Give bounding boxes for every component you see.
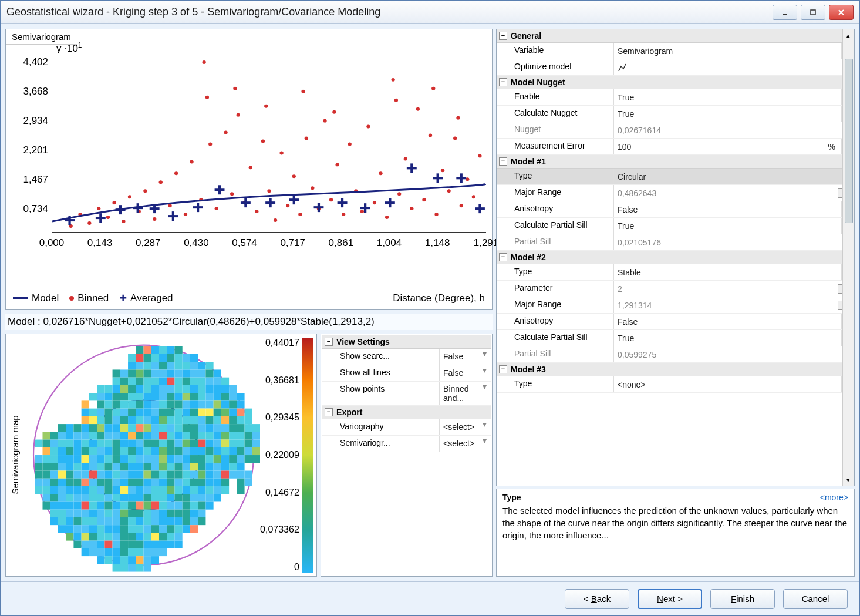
collapse-icon[interactable]: − [499, 365, 507, 373]
map-canvas[interactable] [27, 338, 260, 573]
svg-rect-673 [252, 447, 260, 455]
svg-rect-231 [97, 416, 104, 424]
svg-rect-650 [237, 409, 244, 416]
svg-rect-413 [151, 362, 159, 369]
minimize-button[interactable] [773, 5, 797, 20]
chevron-down-icon[interactable]: ▾ [478, 382, 491, 405]
svg-rect-663 [245, 424, 252, 432]
svg-point-70 [332, 110, 336, 114]
svg-rect-308 [120, 439, 128, 447]
svg-rect-215 [89, 463, 97, 470]
svg-rect-635 [221, 486, 229, 494]
finish-button[interactable]: Finish [710, 589, 775, 609]
collapse-icon[interactable]: − [499, 78, 507, 86]
svg-point-38 [311, 186, 314, 190]
y-axis-label: γ ·101 [56, 41, 82, 55]
svg-rect-245 [97, 525, 104, 533]
svg-point-26 [237, 113, 240, 117]
show-points-dropdown[interactable]: Binned and... [440, 382, 478, 405]
chevron-down-icon[interactable]: ▾ [478, 349, 491, 365]
svg-rect-146 [58, 455, 66, 463]
scrollbar[interactable]: ▴ ▾ [842, 29, 854, 486]
svg-rect-434 [151, 525, 159, 533]
chevron-down-icon[interactable]: ▾ [478, 436, 491, 452]
model3-type-dropdown[interactable]: <none> [614, 376, 841, 392]
scroll-down-icon[interactable]: ▾ [842, 474, 854, 486]
model2-major-range[interactable]: 1,291314🖩 [614, 297, 854, 313]
svg-rect-240 [97, 486, 104, 494]
scroll-up-icon[interactable]: ▴ [842, 29, 854, 41]
model1-major-range[interactable]: 0,4862643🖩 [614, 185, 854, 201]
svg-point-9 [112, 201, 116, 204]
svg-rect-646 [229, 463, 237, 470]
svg-point-46 [360, 210, 364, 213]
measurement-error-field[interactable]: 100% [614, 139, 841, 154]
svg-rect-445 [159, 393, 167, 400]
optimize-model-button[interactable] [614, 59, 854, 75]
model2-anisotropy-dropdown[interactable]: False [614, 314, 841, 329]
svg-rect-659 [237, 479, 244, 486]
variography-dropdown[interactable]: <select> [440, 419, 478, 435]
svg-point-56 [422, 198, 426, 201]
svg-rect-298 [113, 564, 120, 571]
chevron-down-icon[interactable]: ▾ [478, 419, 491, 435]
svg-point-35 [292, 174, 296, 178]
model1-anisotropy-dropdown[interactable]: False [614, 201, 841, 217]
back-button[interactable]: < Back [565, 589, 629, 609]
cancel-button[interactable]: Cancel [783, 589, 848, 609]
svg-point-31 [267, 189, 271, 193]
collapse-icon[interactable]: − [499, 32, 507, 40]
scroll-thumb[interactable] [845, 59, 853, 223]
svg-rect-485 [167, 494, 174, 501]
svg-rect-481 [167, 463, 174, 470]
svg-rect-346 [128, 517, 136, 525]
next-button[interactable]: Next > [638, 589, 702, 609]
svg-rect-578 [198, 470, 205, 478]
chevron-down-icon[interactable]: ▾ [478, 365, 491, 381]
svg-rect-122 [42, 447, 50, 455]
svg-rect-674 [252, 455, 260, 463]
svg-rect-184 [73, 525, 81, 533]
svg-point-11 [128, 195, 131, 198]
variable-dropdown[interactable]: Semivariogram [614, 43, 841, 59]
svg-rect-668 [245, 470, 252, 478]
svg-rect-218 [89, 486, 97, 494]
collapse-icon[interactable]: − [325, 338, 333, 346]
model2-cps-dropdown[interactable]: True [614, 330, 841, 346]
svg-point-13 [143, 189, 147, 193]
svg-rect-626 [221, 416, 229, 424]
collapse-icon[interactable]: − [499, 157, 507, 166]
svg-rect-341 [128, 479, 136, 486]
plot-canvas[interactable] [52, 56, 486, 233]
svg-rect-222 [89, 517, 97, 525]
close-button[interactable] [829, 5, 854, 20]
maximize-button[interactable] [801, 5, 825, 20]
svg-rect-149 [58, 479, 66, 486]
show-lines-dropdown[interactable]: False [440, 365, 478, 381]
svg-rect-487 [167, 510, 174, 517]
svg-rect-639 [229, 409, 237, 416]
nugget-enable-dropdown[interactable]: True [614, 89, 841, 105]
model1-type-dropdown[interactable]: Circular [614, 169, 841, 184]
svg-rect-587 [205, 378, 213, 385]
svg-rect-299 [120, 369, 128, 377]
calc-nugget-dropdown[interactable]: True [614, 106, 841, 122]
show-search-dropdown[interactable]: False [440, 349, 478, 365]
svg-rect-521 [183, 378, 190, 385]
semivariogram-export-dropdown[interactable]: <select> [440, 436, 478, 452]
help-more-link[interactable]: <more> [820, 493, 848, 502]
svg-rect-662 [245, 416, 252, 424]
svg-rect-657 [237, 463, 244, 470]
collapse-icon[interactable]: − [499, 253, 507, 261]
svg-rect-599 [205, 470, 213, 478]
svg-rect-198 [82, 486, 89, 494]
model2-parameter[interactable]: 2🖩 [614, 281, 854, 297]
model1-cps-dropdown[interactable]: True [614, 218, 841, 234]
svg-rect-435 [151, 533, 159, 540]
svg-rect-119 [35, 486, 42, 494]
model2-type-dropdown[interactable]: Stable [614, 264, 841, 280]
svg-rect-563 [190, 525, 198, 533]
svg-rect-230 [97, 409, 104, 416]
collapse-icon[interactable]: − [325, 408, 333, 416]
svg-rect-313 [120, 479, 128, 486]
